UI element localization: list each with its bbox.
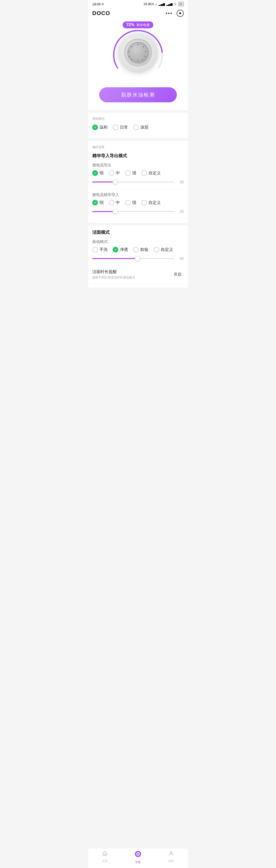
scan-icon[interactable]	[176, 10, 184, 17]
system-mode-section: 系统模式 温和 日常 深层	[88, 113, 188, 138]
clean-reminder-sub: 面部不同区域清洁时长震动提示	[92, 275, 135, 280]
device-dots	[127, 42, 149, 64]
status-time: 19:09	[92, 2, 104, 6]
status-bar: 19:09 19.3K/s ⌕ ▂▄▆ ▂▄▆ ∿ 63	[88, 0, 188, 7]
micro-out-label-0: 弱	[100, 170, 104, 176]
device-section: 72% 剩余电量	[88, 20, 188, 110]
nav-label-profile: 我的	[168, 859, 174, 863]
micro-out-circle-2	[125, 170, 131, 176]
micro-in-label-1: 中	[116, 200, 120, 206]
bluetooth-icon: ⌕	[156, 2, 157, 6]
micro-out-label-2: 强	[132, 170, 136, 176]
vibration-radio-1[interactable]: 净透	[113, 247, 128, 252]
chevron-right-icon: ›	[183, 273, 184, 277]
nav-label-home: 主页	[102, 859, 108, 863]
micro-out-slider-thumb[interactable]	[113, 179, 118, 185]
clean-mode-title: 洁面模式	[92, 229, 184, 235]
micro-in-circle-0	[92, 200, 98, 206]
system-mode-label: 系统模式	[92, 117, 184, 121]
clean-mode-section: 洁面模式 振动模式 手洗 净透 卸妆 自定义	[88, 225, 188, 288]
vibration-radio-3[interactable]: 自定义	[154, 247, 173, 252]
micro-in-slider-value: 25	[177, 210, 184, 214]
device-image	[117, 32, 159, 73]
status-indicators: 19.3K/s ⌕ ▂▄▆ ▂▄▆ ∿ 63	[143, 2, 184, 6]
nav-item-profile[interactable]: 我的	[162, 850, 180, 864]
vibration-radio-0[interactable]: 手洗	[92, 247, 108, 252]
micro-out-circle-0	[92, 170, 98, 176]
svg-point-2	[137, 853, 139, 855]
vibration-label-0: 手洗	[100, 247, 108, 252]
vibration-label-1: 净透	[120, 247, 128, 252]
micro-in-slider-row: 25	[92, 210, 184, 214]
vibration-radio-group: 手洗 净透 卸妆 自定义	[92, 247, 184, 252]
micro-in-slider-thumb[interactable]	[113, 209, 118, 214]
bottom-spacer	[88, 288, 188, 308]
clean-reminder-row[interactable]: 洁面时长提醒 面部不同区域清洁时长震动提示 开启 ›	[92, 266, 184, 283]
micro-out-radio-2[interactable]: 强	[125, 170, 136, 176]
vibration-label-2: 卸妆	[140, 247, 148, 252]
time-display: 19:09	[92, 2, 101, 6]
vibration-slider-fill	[92, 258, 137, 259]
vibration-title: 振动模式	[92, 239, 184, 244]
micro-current-in-block: 微电流精华导入 弱 中 强 自定义 25	[92, 192, 184, 214]
micro-in-label-0: 弱	[100, 200, 104, 206]
radio-label-2: 深层	[140, 125, 148, 130]
signal-icon: ▂▄▆	[159, 3, 165, 6]
micro-in-circle-1	[109, 200, 114, 206]
micro-current-out-block: 微电流导出 弱 中 强 自定义 25	[92, 163, 184, 184]
device-icon	[134, 850, 142, 859]
home-icon	[102, 850, 108, 858]
micro-in-slider-fill	[92, 211, 115, 212]
app-logo: DOCO	[92, 10, 110, 17]
radio-item-2[interactable]: 深层	[133, 125, 148, 130]
battery-label: 72% 剩余电量	[123, 22, 153, 28]
nav-item-device[interactable]: 设备	[129, 850, 147, 864]
more-menu-icon[interactable]: •••	[166, 10, 172, 16]
clean-reminder-value: 开启	[174, 272, 182, 277]
system-mode-radio-group: 温和 日常 深层	[92, 125, 184, 130]
speed-indicator: 19.3K/s	[143, 2, 154, 6]
preferences-section: 偏好设置 精华导入导出模式 微电流导出 弱 中 强 自定义	[88, 141, 188, 223]
battery-arc: 72% 剩余电量	[110, 25, 166, 81]
micro-in-radio-0[interactable]: 弱	[92, 200, 104, 206]
radio-item-1[interactable]: 日常	[113, 125, 128, 130]
notification-dot	[102, 3, 104, 5]
radio-item-0[interactable]: 温和	[92, 125, 108, 130]
micro-in-radio-1[interactable]: 中	[109, 200, 120, 206]
action-button[interactable]: 肌肤水油检测	[99, 87, 177, 102]
micro-out-slider-value: 25	[177, 180, 184, 184]
vibration-circle-3	[154, 247, 159, 252]
vibration-radio-2[interactable]: 卸妆	[133, 247, 148, 252]
vibration-slider-track[interactable]	[92, 258, 174, 259]
nav-label-device: 设备	[135, 860, 141, 864]
micro-out-circle-1	[109, 170, 114, 176]
vibration-slider-thumb[interactable]	[135, 256, 140, 261]
vibration-circle-1	[113, 247, 118, 252]
micro-out-radio-3[interactable]: 自定义	[141, 170, 161, 176]
micro-in-circle-2	[125, 200, 131, 206]
pref-section-label: 偏好设置	[92, 145, 184, 149]
clean-reminder-right: 开启 ›	[174, 272, 184, 277]
clean-reminder-left: 洁面时长提醒 面部不同区域清洁时长震动提示	[92, 269, 135, 280]
vibration-slider-row: 50	[92, 256, 184, 260]
vibration-slider-value: 50	[177, 256, 184, 260]
micro-out-slider-fill	[92, 182, 115, 183]
micro-in-slider-track[interactable]	[92, 211, 174, 212]
micro-in-label-3: 自定义	[148, 200, 161, 206]
micro-out-radio-1[interactable]: 中	[109, 170, 120, 176]
micro-in-radio-2[interactable]: 强	[125, 200, 136, 206]
micro-out-slider-track[interactable]	[92, 182, 174, 183]
nav-item-home[interactable]: 主页	[96, 850, 114, 864]
radio-circle-1	[113, 125, 118, 130]
vibration-circle-2	[133, 247, 139, 252]
radio-circle-0	[92, 125, 98, 130]
micro-out-radio-0[interactable]: 弱	[92, 170, 104, 176]
micro-out-label-1: 中	[116, 170, 120, 176]
vibration-block: 振动模式 手洗 净透 卸妆 自定义 50	[92, 239, 184, 260]
battery-display: 63	[178, 2, 184, 6]
micro-in-radio-3[interactable]: 自定义	[141, 200, 161, 206]
micro-in-label-2: 强	[132, 200, 136, 206]
micro-out-label-3: 自定义	[148, 170, 161, 176]
vibration-circle-0	[92, 247, 98, 252]
micro-out-circle-3	[141, 170, 147, 176]
